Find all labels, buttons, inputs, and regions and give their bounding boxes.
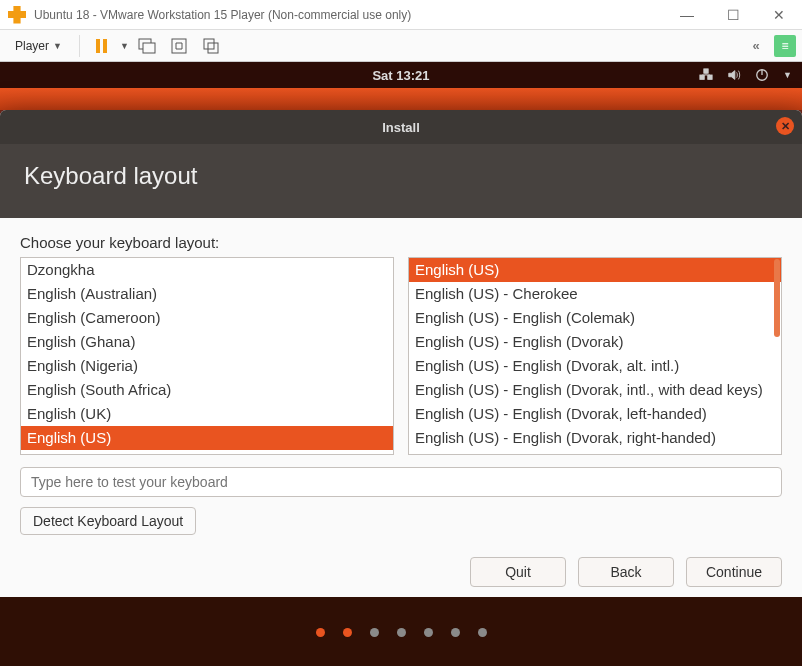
list-item[interactable]: English (US) (409, 258, 781, 282)
list-item[interactable]: English (US) - English (Macintosh) (409, 450, 781, 455)
progress-dot (343, 628, 352, 637)
vmware-logo-icon (8, 6, 26, 24)
window-minimize-button[interactable]: — (664, 0, 710, 30)
list-item[interactable]: Esperanto (21, 450, 393, 455)
power-icon (755, 68, 769, 82)
ubuntu-clock[interactable]: Sat 13:21 (372, 68, 429, 83)
collapse-toolbar-button[interactable]: « (742, 34, 770, 58)
pause-vm-button[interactable] (88, 34, 116, 58)
toolbar-separator (79, 35, 80, 57)
nav-buttons: Quit Back Continue (20, 557, 782, 587)
svg-rect-3 (204, 39, 214, 49)
window-maximize-button[interactable]: ☐ (710, 0, 756, 30)
svg-rect-2 (172, 39, 186, 53)
network-icon (699, 68, 713, 82)
choose-layout-label: Choose your keyboard layout: (20, 234, 782, 251)
installer-titlebar: Install ✕ (0, 110, 802, 144)
installer-close-button[interactable]: ✕ (776, 117, 794, 135)
list-item[interactable]: English (US) - English (Dvorak) (409, 330, 781, 354)
continue-button[interactable]: Continue (686, 557, 782, 587)
ubuntu-desktop: Sat 13:21 ▼ Install ✕ Keyboard layout Ch… (0, 62, 802, 666)
layout-variant-list[interactable]: English (US)English (US) - CherokeeEngli… (408, 257, 782, 455)
svg-rect-7 (704, 69, 708, 73)
page-title: Keyboard layout (0, 144, 802, 218)
list-item[interactable]: English (US) - English (Dvorak, alt. int… (409, 354, 781, 378)
list-item[interactable]: English (South Africa) (21, 378, 393, 402)
quit-button[interactable]: Quit (470, 557, 566, 587)
progress-dot (370, 628, 379, 637)
ubuntu-accent-strip (0, 88, 802, 110)
detect-keyboard-button[interactable]: Detect Keyboard Layout (20, 507, 196, 535)
layout-language-list[interactable]: DzongkhaEnglish (Australian)English (Cam… (20, 257, 394, 455)
volume-icon (727, 68, 741, 82)
list-item[interactable]: English (Australian) (21, 282, 393, 306)
fullscreen-button[interactable] (165, 34, 193, 58)
list-item[interactable]: English (Ghana) (21, 330, 393, 354)
message-icon: ≡ (781, 39, 788, 53)
ubuntu-system-menu[interactable]: ▼ (699, 62, 792, 88)
window-close-button[interactable]: ✕ (756, 0, 802, 30)
chevron-down-icon: ▼ (783, 70, 792, 80)
list-item[interactable]: English (US) - English (Colemak) (409, 306, 781, 330)
progress-dot (478, 628, 487, 637)
chevron-down-icon: ▼ (53, 41, 62, 51)
send-ctrl-alt-del-button[interactable] (133, 34, 161, 58)
chevron-down-icon[interactable]: ▼ (120, 41, 129, 51)
progress-dots (0, 597, 802, 666)
close-icon: ✕ (781, 120, 790, 133)
installer-body: Choose your keyboard layout: DzongkhaEng… (0, 218, 802, 597)
list-item[interactable]: English (Nigeria) (21, 354, 393, 378)
progress-dot (397, 628, 406, 637)
list-item[interactable]: English (Cameroon) (21, 306, 393, 330)
list-item[interactable]: Dzongkha (21, 258, 393, 282)
player-menu-button[interactable]: Player ▼ (6, 35, 71, 57)
vmware-toolbar: Player ▼ ▼ « ≡ (0, 30, 802, 62)
list-item[interactable]: English (US) (21, 426, 393, 450)
vmware-window-title: Ubuntu 18 - VMware Workstation 15 Player… (34, 8, 411, 22)
keyboard-shortcut-icon (138, 38, 156, 54)
back-button[interactable]: Back (578, 557, 674, 587)
ubuntu-top-bar: Sat 13:21 ▼ (0, 62, 802, 88)
list-item[interactable]: English (US) - English (Dvorak, right-ha… (409, 426, 781, 450)
list-item[interactable]: English (US) - English (Dvorak, left-han… (409, 402, 781, 426)
vmware-titlebar: Ubuntu 18 - VMware Workstation 15 Player… (0, 0, 802, 30)
fullscreen-icon (171, 38, 187, 54)
installer-window: Install ✕ Keyboard layout Choose your ke… (0, 110, 802, 666)
keyboard-test-input[interactable] (20, 467, 782, 497)
unity-mode-button[interactable] (197, 34, 225, 58)
progress-dot (316, 628, 325, 637)
installer-title: Install (382, 120, 420, 135)
list-item[interactable]: English (UK) (21, 402, 393, 426)
progress-dot (424, 628, 433, 637)
unity-icon (203, 38, 219, 54)
pause-icon (96, 39, 107, 53)
player-menu-label: Player (15, 39, 49, 53)
messages-button[interactable]: ≡ (774, 35, 796, 57)
list-item[interactable]: English (US) - English (Dvorak, intl., w… (409, 378, 781, 402)
progress-dot (451, 628, 460, 637)
svg-rect-1 (143, 43, 155, 53)
svg-rect-4 (208, 43, 218, 53)
list-item[interactable]: English (US) - Cherokee (409, 282, 781, 306)
